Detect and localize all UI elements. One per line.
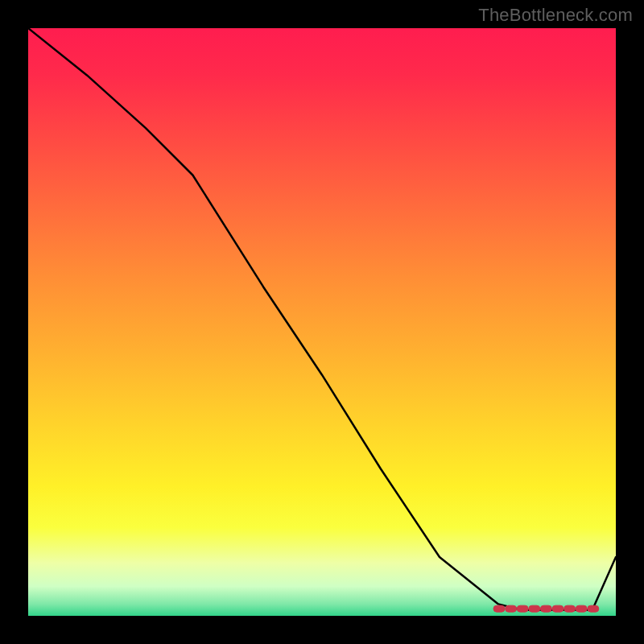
optimal-marker [517, 605, 528, 612]
bottleneck-curve [28, 28, 616, 610]
plot-area [28, 28, 616, 616]
optimal-marker [493, 605, 505, 612]
optimal-marker [564, 605, 576, 612]
chart-frame: TheBottleneck.com [0, 0, 644, 644]
curve-layer [28, 28, 616, 616]
optimal-marker [506, 605, 517, 612]
watermark-text: TheBottleneck.com [478, 5, 633, 26]
optimal-marker [552, 605, 564, 612]
optimal-markers [493, 605, 599, 612]
optimal-marker [540, 605, 551, 612]
optimal-marker [588, 605, 599, 612]
optimal-marker [576, 605, 587, 612]
optimal-marker [529, 605, 540, 612]
